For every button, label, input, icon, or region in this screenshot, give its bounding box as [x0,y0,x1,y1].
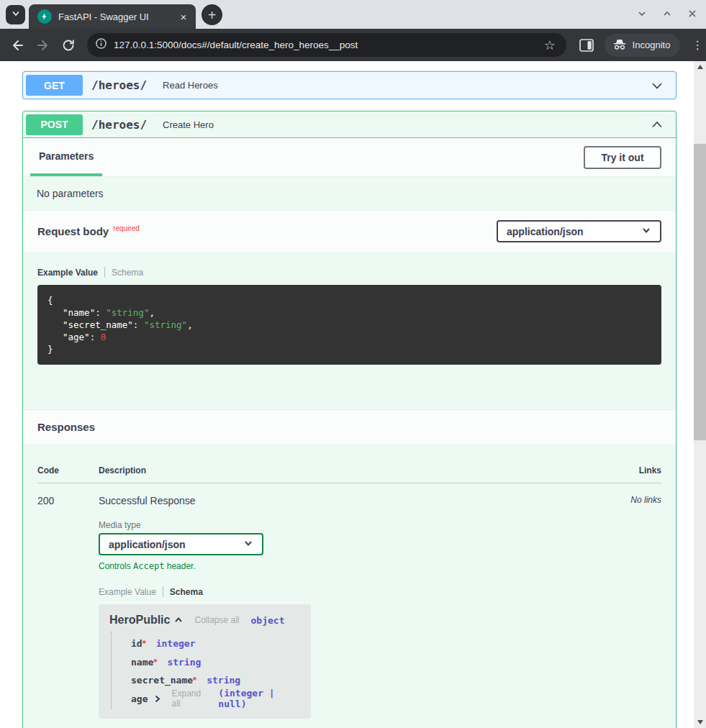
opblock-get-heroes: GET /heroes/ Read Heroes [22,71,676,99]
window-minimize-icon[interactable] [634,6,650,22]
browser-tab-strip: FastAPI - Swagger UI × + [0,0,706,29]
tab-example-value[interactable]: Example Value [99,587,156,597]
collapse-all-link[interactable]: Collapse all [194,615,239,625]
response-media-type-select[interactable]: application/json [99,533,263,555]
request-body-section: Example Value Schema { "name": "string",… [23,252,676,409]
method-badge-get: GET [26,75,83,96]
url-bar[interactable]: 127.0.0.1:5000/docs#/default/create_hero… [87,33,566,57]
col-header-links: Links [582,465,661,476]
side-panel-icon[interactable] [578,37,595,54]
response-row-200: 200 Successful Response Media type appli… [37,495,661,719]
expand-chevron-right-icon[interactable] [153,695,161,703]
example-json-code: { "name": "string", "secret_name": "stri… [37,285,661,365]
response-tabs: Example Value Schema [99,586,582,597]
col-header-code: Code [37,465,99,476]
scrollbar-up-arrow[interactable] [694,61,706,73]
page-scrollbar[interactable] [694,61,706,728]
try-it-out-button[interactable]: Try it out [584,146,661,169]
tab-schema[interactable]: Schema [112,268,143,278]
property-row-name: name* string [131,653,300,672]
opblock-get-summary[interactable]: GET /heroes/ Read Heroes [23,72,676,99]
tab-schema[interactable]: Schema [170,587,203,597]
window-maximize-icon[interactable] [659,6,675,22]
reload-icon[interactable] [60,37,77,54]
endpoint-path: /heroes/ [91,78,147,92]
browser-menu-icon[interactable]: ⋮ [689,37,706,54]
media-type-label: Media type [99,520,582,530]
expand-all-link[interactable]: Expand all [171,688,208,709]
forward-icon[interactable] [35,37,52,54]
parameters-header: Parameters Try it out [23,138,676,177]
incognito-icon [612,38,627,53]
swagger-page: GET /heroes/ Read Heroes POST /heroes/ C… [0,61,694,728]
request-body-title: Request body [37,225,109,237]
browser-toolbar: 127.0.0.1:5000/docs#/default/create_hero… [0,29,706,61]
tab-search-button[interactable] [6,5,25,24]
responses-table-header: Code Description Links [37,465,661,483]
browser-tab[interactable]: FastAPI - Swagger UI × [29,4,196,29]
model-heropublic: HeroPublic Collapse all object id* integ… [99,604,311,719]
request-media-type-select[interactable]: application/json [497,220,661,242]
no-parameters-text: No parameters [23,177,676,210]
property-row-age: age Expand all (integer | null) [131,690,300,709]
site-info-icon[interactable] [95,37,107,53]
required-star: * [142,638,146,649]
endpoint-summary: Create Hero [163,119,648,130]
required-star: * [153,657,157,668]
window-controls [634,6,700,22]
url-text[interactable]: 127.0.0.1:5000/docs#/default/create_hero… [114,40,542,50]
required-label: required [113,224,140,232]
opblock-post-heroes: POST /heroes/ Create Hero Parameters Try… [22,111,676,728]
model-title: HeroPublic [109,614,170,627]
tab-close-icon[interactable]: × [177,10,190,23]
property-row-id: id* integer [131,634,300,653]
property-row-secret-name: secret_name* string [131,671,300,690]
tab-parameters: Parameters [30,138,102,176]
model-properties: id* integer name* string secret_name* st… [111,632,300,709]
endpoint-path: /heroes/ [91,118,147,132]
tab-title: FastAPI - Swagger UI [58,12,177,22]
endpoint-summary: Read Heroes [163,80,648,91]
new-tab-button[interactable]: + [202,4,222,25]
responses-section: Code Description Links 200 Successful Re… [23,465,676,728]
col-header-description: Description [99,465,582,476]
model-collapse-chevron-up-icon[interactable] [174,616,183,624]
scrollbar-down-arrow[interactable] [694,716,706,728]
scrollbar-thumb[interactable] [694,144,706,440]
select-chevron-down-icon [243,538,253,550]
response-code: 200 [37,495,99,719]
select-chevron-down-icon [641,225,651,237]
model-type: object [251,615,285,626]
request-body-header: Request bodyrequired application/json [23,210,676,252]
responses-title: Responses [37,421,95,433]
request-body-tabs: Example Value Schema [37,252,661,278]
response-description: Successful Response [99,495,582,506]
incognito-label: Incognito [633,40,671,50]
responses-header: Responses [23,409,676,444]
collapse-chevron-up-icon[interactable] [648,116,666,133]
expand-chevron-down-icon[interactable] [648,77,666,94]
required-star: * [193,675,196,686]
fastapi-favicon-icon [37,9,52,24]
tab-example-value[interactable]: Example Value [37,268,98,278]
window-close-icon[interactable] [684,6,700,22]
tab-divider [104,267,105,278]
tab-divider [163,586,163,597]
method-badge-post: POST [26,114,83,135]
incognito-badge: Incognito [605,34,681,57]
parameters-title: Parameters [39,150,94,162]
bookmark-star-icon[interactable]: ☆ [542,37,558,53]
response-links: No links [582,495,661,719]
opblock-post-summary[interactable]: POST /heroes/ Create Hero [23,112,676,138]
accept-header-note: Controls Accept header. [99,561,582,571]
back-icon[interactable] [9,37,26,54]
chevron-down-icon [11,9,21,22]
